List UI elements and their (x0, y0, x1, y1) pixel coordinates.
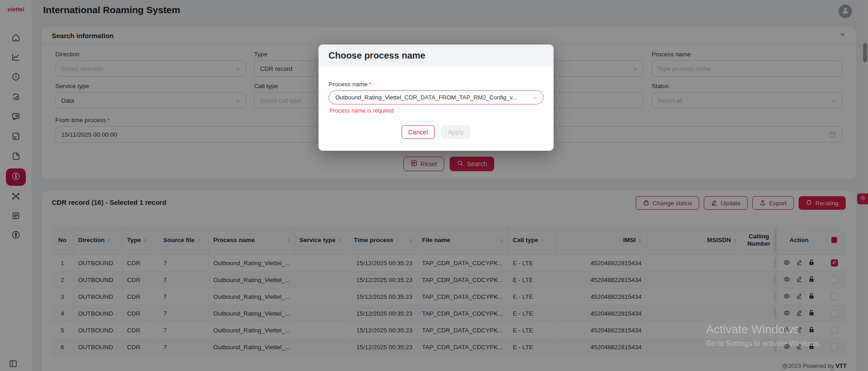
modal-apply-button[interactable]: Apply (441, 125, 471, 139)
modal-title: Choose process name (329, 50, 425, 61)
choose-process-modal: Choose process name Process name* Outbou… (319, 45, 554, 151)
modal-field-label: Process name (329, 81, 368, 88)
app-window: viettel (0, 0, 868, 371)
modal-process-select[interactable]: Outbound_Rating_Viettel_CDR_DATA_FROM_TA… (329, 90, 544, 104)
modal-cancel-button[interactable]: Cancel (402, 125, 435, 139)
modal-error-message: Process name is required (329, 108, 394, 114)
required-asterisk: * (369, 81, 371, 88)
chevron-down-icon (532, 95, 538, 102)
